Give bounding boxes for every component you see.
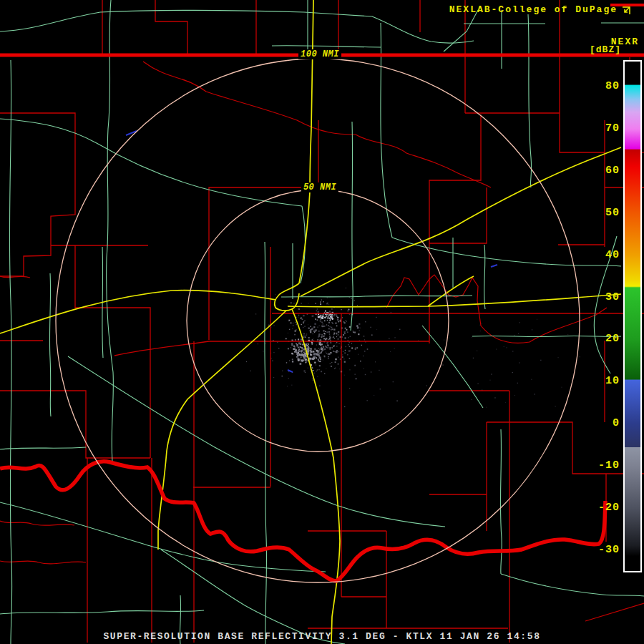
range-ring-50-label: 50 NMI [301, 182, 338, 192]
brand-banner: NEXLAB-College of DuPage [449, 4, 631, 15]
units-label: [dBZ] [590, 44, 621, 55]
county-boundaries [0, 0, 644, 643]
colorbar-tick-20: 20 [605, 333, 620, 346]
colorbar-tick-80: 80 [605, 80, 620, 93]
colorbar-tick--10: -10 [598, 459, 620, 472]
colorbar-tick-40: 40 [605, 249, 620, 262]
colorbar-tick-10: 10 [605, 375, 620, 388]
product-title: SUPER-RESOLUTION BASE REFLECTIVITY 3.1 D… [0, 631, 644, 642]
state-borders [0, 5, 644, 581]
range-ring-100-label: 100 NMI [298, 49, 341, 59]
radar-screen: 100 NMI 50 NMI 80706050403020100-10-20-3… [0, 0, 644, 644]
brand-text: NEXLAB-College of DuPage [449, 4, 618, 15]
colorbar-tick-50: 50 [605, 207, 620, 220]
water-segments [126, 131, 497, 372]
cod-logo-icon [621, 5, 631, 15]
colorbar-tick-60: 60 [605, 165, 620, 177]
colorbar-tick-30: 30 [605, 291, 620, 304]
colorbar-tick-70: 70 [605, 122, 620, 135]
reflectivity-colorbar [623, 60, 642, 572]
radar-map [0, 0, 644, 644]
colorbar-tick--30: -30 [598, 544, 620, 557]
colorbar-tick--20: -20 [598, 502, 620, 514]
colorbar-tick-0: 0 [613, 417, 620, 430]
red-rivers [0, 62, 607, 564]
